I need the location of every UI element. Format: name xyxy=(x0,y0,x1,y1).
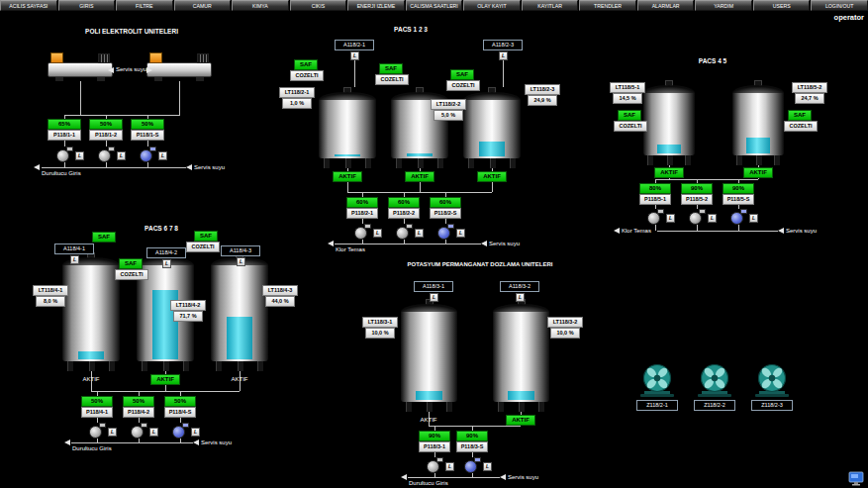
pump-speed-value: 90% xyxy=(723,183,754,194)
pump-tag[interactable]: P118/2-2 xyxy=(388,208,420,219)
pump-speed-value: 50% xyxy=(81,396,113,407)
tank-level xyxy=(78,351,105,359)
pump-p118-5-1[interactable] xyxy=(647,209,664,225)
menu-item-enerji-izleme[interactable]: ENERJI IZLEME xyxy=(347,0,405,11)
menu-item-olay-kayit[interactable]: OLAY KAYIT xyxy=(463,0,521,11)
pump-speed-value: 65% xyxy=(48,119,81,130)
pump-tag[interactable]: P118/2-S xyxy=(430,208,461,219)
tank-tag: A118/3-2 xyxy=(500,281,539,292)
saf-badge: SAF xyxy=(618,110,641,121)
menu-item-login-out[interactable]: LOGIN/OUT xyxy=(811,0,868,11)
pump-p118-2-2[interactable] xyxy=(396,224,413,240)
menu-item-acilis-sayfasi[interactable]: ACILIS SAYFASI xyxy=(0,0,57,11)
pump-tag[interactable]: P118/1-1 xyxy=(48,130,81,141)
pump-p118-4-1[interactable] xyxy=(89,423,106,439)
pump-p118-1-s[interactable] xyxy=(140,146,156,162)
local-indicator: L xyxy=(237,257,245,266)
tank-a118-4-1 xyxy=(62,252,120,371)
pump-tag[interactable]: P118/5-S xyxy=(723,194,754,205)
flow-arrow-icon xyxy=(481,241,487,246)
saf-badge: SAF xyxy=(379,63,403,74)
section-poli-elektrolit: POLI ELEKTROLIT UNITELERI Servis suy xyxy=(30,26,242,181)
pump-p118-5-2[interactable] xyxy=(689,209,706,225)
local-indicator: L xyxy=(191,428,200,437)
outflow-label: Durultucu Giris xyxy=(409,480,448,486)
pump-tag[interactable]: P118/1-S xyxy=(131,130,164,141)
cozelti-tag: COZELTI xyxy=(614,121,647,132)
pump-speed-value: 90% xyxy=(456,431,488,441)
flow-arrow-icon xyxy=(328,241,334,246)
pump-tag[interactable]: P118/4-2 xyxy=(123,407,154,418)
menu-item-kayitlar[interactable]: KAYITLAR xyxy=(522,0,579,11)
pump-p118-4-s[interactable] xyxy=(172,423,189,439)
menu-item-filtre[interactable]: FILTRE xyxy=(116,0,173,11)
pump-tag[interactable]: P118/3-1 xyxy=(419,441,450,452)
level-value: 44,0 % xyxy=(265,296,295,307)
menu-item-trendler[interactable]: TRENDLER xyxy=(579,0,636,11)
menu-item-calisma-saatleri[interactable]: CALISMA SAATLERI xyxy=(406,0,463,11)
pump-p118-3-s[interactable] xyxy=(464,457,481,473)
level-transmitter-tag: LT118/4-1 xyxy=(33,285,68,296)
pump-p118-1-1[interactable] xyxy=(56,146,73,162)
mixer-motor-icon xyxy=(50,52,63,63)
outflow-label: Klor Temas xyxy=(336,246,365,252)
saf-badge: SAF xyxy=(294,59,318,70)
level-transmitter-tag: LT118/2-1 xyxy=(279,87,315,98)
blower-z118-2-2[interactable] xyxy=(693,362,736,398)
inflow-label: Servis suyu xyxy=(489,241,520,246)
scada-screen: ACILIS SAYFASI GIRIS FILTRE CAMUR KIMYA … xyxy=(0,0,868,488)
pump-speed-value: 60% xyxy=(430,197,461,208)
section-title: PACS 4 5 xyxy=(653,57,772,64)
pump-tag[interactable]: P118/4-1 xyxy=(81,407,113,418)
mixer-foot xyxy=(97,77,105,81)
mixer-foot xyxy=(154,77,162,81)
section-title: POLI ELEKTROLIT UNITELERI xyxy=(57,28,206,35)
pump-p118-3-1[interactable] xyxy=(427,457,443,473)
menu-item-camur[interactable]: CAMUR xyxy=(174,0,232,11)
local-indicator: L xyxy=(430,293,438,302)
section-pacs-123: PACS 1 2 3 A118/2-1 xyxy=(279,26,576,253)
pump-p118-4-2[interactable] xyxy=(131,423,147,439)
flow-arrow-icon xyxy=(193,439,199,445)
pipe xyxy=(91,391,240,392)
level-value: 10,0 % xyxy=(365,328,395,339)
pipe xyxy=(354,60,355,87)
pump-p118-1-2[interactable] xyxy=(98,146,115,162)
pump-tag[interactable]: P118/1-2 xyxy=(89,130,123,141)
flow-arrow-icon xyxy=(778,228,784,234)
pump-tag[interactable]: P118/5-2 xyxy=(681,194,713,205)
pipe xyxy=(335,244,481,244)
pump-speed-value: 50% xyxy=(164,396,196,407)
level-transmitter-tag: LT118/5-1 xyxy=(610,82,645,93)
menu-item-users[interactable]: USERS xyxy=(753,0,811,11)
menu-item-alarmlar[interactable]: ALARMLAR xyxy=(637,0,695,11)
menu-item-cikis[interactable]: CIKIS xyxy=(290,0,347,11)
pipe xyxy=(657,231,778,232)
feed-label: Servis suyu xyxy=(116,66,146,72)
tank-level xyxy=(407,153,434,156)
menu-item-giris[interactable]: GIRIS xyxy=(58,0,116,11)
pump-tag[interactable]: P118/4-S xyxy=(164,407,196,418)
local-indicator: L xyxy=(158,151,167,160)
pipe xyxy=(71,442,193,443)
blower-z118-2-1[interactable] xyxy=(635,362,679,398)
local-indicator: L xyxy=(415,229,424,238)
section-blowers: Z118/2-1 Z118/2-2 Z118/2-3 xyxy=(624,362,807,420)
flow-arrow-icon xyxy=(401,474,407,480)
pump-p118-2-1[interactable] xyxy=(354,224,371,240)
level-transmitter-tag: LT118/4-2 xyxy=(170,300,206,311)
pump-tag[interactable]: P118/2-1 xyxy=(346,208,378,219)
blower-z118-2-3[interactable] xyxy=(750,362,794,398)
pump-tag[interactable]: P118/3-S xyxy=(456,441,488,452)
menu-item-yardim[interactable]: YARDIM xyxy=(695,0,752,11)
saf-badge: SAF xyxy=(450,69,474,80)
tank-a118-3-2 xyxy=(493,299,549,412)
blower-tag: Z118/2-1 xyxy=(636,400,678,411)
pump-p118-2-s[interactable] xyxy=(437,224,454,240)
menu-item-kimya[interactable]: KIMYA xyxy=(232,0,289,11)
pump-p118-5-s[interactable] xyxy=(730,209,747,225)
level-value: 14,5 % xyxy=(613,93,642,104)
pump-tag[interactable]: P118/5-1 xyxy=(639,194,671,205)
system-monitor-icon[interactable] xyxy=(848,471,864,486)
tank-level xyxy=(657,145,681,153)
